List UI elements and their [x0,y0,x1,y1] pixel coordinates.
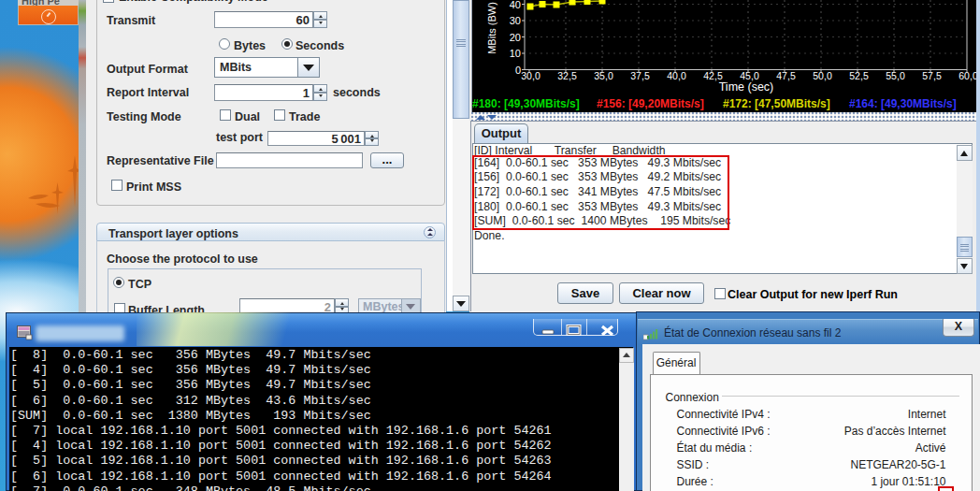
svg-text:40,0: 40,0 [667,70,686,81]
svg-text:55,0: 55,0 [886,70,905,81]
svg-text:30: 30 [510,15,521,26]
svg-text:47,5: 47,5 [776,70,796,81]
svg-text:32,5: 32,5 [557,70,577,81]
svg-text:50,0: 50,0 [813,70,832,81]
svg-text:30,0: 30,0 [521,70,540,81]
svg-text:40: 40 [510,0,521,10]
svg-text:52,5: 52,5 [849,70,869,81]
svg-text:35,0: 35,0 [594,70,613,81]
svg-text:20: 20 [510,32,521,43]
svg-text:10: 10 [510,48,521,59]
svg-text:37,5: 37,5 [630,70,650,81]
svg-text:#164: [49,30MBits/s]: #164: [49,30MBits/s] [849,97,957,110]
svg-text:42,5: 42,5 [703,70,723,81]
svg-text:#156: [49,20MBits/s]: #156: [49,20MBits/s] [597,97,704,110]
svg-text:45,0: 45,0 [740,70,759,81]
svg-text:#180: [49,30MBits/s]: #180: [49,30MBits/s] [472,97,580,110]
svg-text:#172: [47,50MBits/s]: #172: [47,50MBits/s] [723,97,830,110]
svg-text:0: 0 [515,65,521,76]
svg-text:60,0: 60,0 [958,70,978,81]
svg-text:Time (sec): Time (sec) [719,80,774,94]
svg-text:MBits (BW): MBits (BW) [486,2,497,54]
svg-text:57,5: 57,5 [922,70,942,81]
